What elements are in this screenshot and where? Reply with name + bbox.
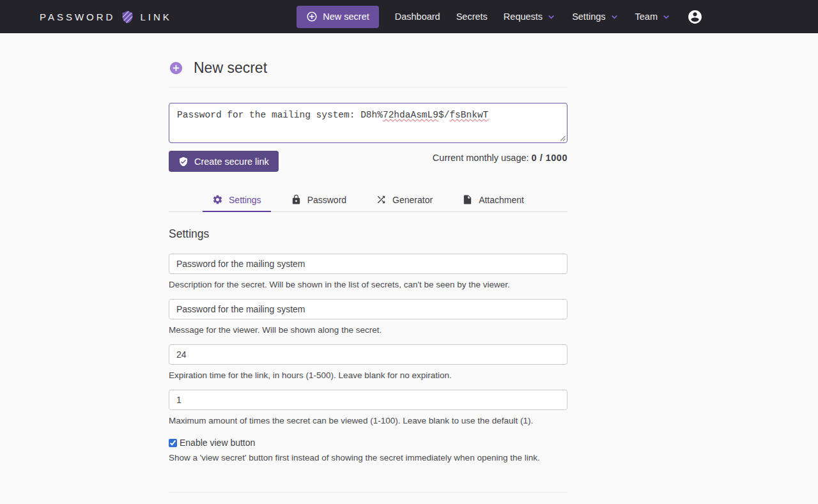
section-title: Settings <box>169 227 567 241</box>
nav-item-secrets[interactable]: Secrets <box>456 11 488 22</box>
message-group: Message for the viewer. Will be shown al… <box>169 299 567 335</box>
account-circle-icon <box>687 9 703 25</box>
expiration-help: Expiration time for the link, in hours (… <box>169 370 567 380</box>
tab-bar: Settings Password Generator Attachment <box>169 190 567 212</box>
chevron-down-icon <box>546 12 556 22</box>
nav-label: Settings <box>572 11 605 22</box>
tab-label: Password <box>307 195 346 205</box>
enable-view-checkbox[interactable] <box>169 439 177 447</box>
nav-item-requests[interactable]: Requests <box>504 11 556 22</box>
plus-circle-icon <box>306 11 318 22</box>
file-icon <box>462 194 473 205</box>
message-help: Message for the viewer. Will be shown al… <box>169 325 567 335</box>
secret-text-misspelled: 72hdaAsmL9 <box>383 110 438 120</box>
enable-view-row: Enable view button <box>169 438 567 448</box>
secret-text-misspelled: fsBnkwT <box>449 110 488 120</box>
max-views-help: Maximum amount of times the secret can b… <box>169 416 567 425</box>
enable-view-help: Show a 'view secret' button first instea… <box>169 453 567 462</box>
page-title-row: New secret <box>169 59 567 77</box>
max-views-input[interactable] <box>169 390 567 410</box>
usage-label: Current monthly usage: <box>433 153 529 163</box>
chevron-down-icon <box>661 12 671 22</box>
gear-icon <box>212 194 223 205</box>
brand-logo[interactable]: PASSWORD LINK <box>40 10 172 24</box>
new-secret-label: New secret <box>323 11 369 22</box>
action-row: Create secure link Current monthly usage… <box>169 151 567 172</box>
tab-label: Settings <box>229 195 261 205</box>
top-navbar: PASSWORD LINK New secret Dashboard Secr <box>0 0 818 33</box>
title-divider <box>169 87 567 88</box>
user-avatar-button[interactable] <box>687 9 703 25</box>
tab-password[interactable]: Password <box>281 190 356 212</box>
nav-label: Secrets <box>456 11 488 22</box>
chevron-down-icon <box>610 12 619 22</box>
resize-handle-icon[interactable] <box>559 135 566 141</box>
create-secure-link-button[interactable]: Create secure link <box>169 151 279 172</box>
shield-check-icon <box>178 157 189 167</box>
nav-menu: New secret Dashboard Secrets Requests Se… <box>297 6 703 28</box>
brand-part1: PASSWORD <box>40 11 115 22</box>
main-content: New secret Password for the mailing syst… <box>169 59 567 493</box>
nav-item-team[interactable]: Team <box>635 11 671 22</box>
lock-icon <box>291 194 302 205</box>
nav-label: Requests <box>504 11 543 22</box>
expiration-group: Expiration time for the link, in hours (… <box>169 344 567 380</box>
description-help: Description for the secret. Will be show… <box>169 280 567 289</box>
tab-generator[interactable]: Generator <box>366 190 442 212</box>
secret-textarea[interactable]: Password for the mailing system: D8h%72h… <box>169 103 567 143</box>
new-secret-button[interactable]: New secret <box>297 6 379 28</box>
description-group: Description for the secret. Will be show… <box>169 254 567 289</box>
max-views-group: Maximum amount of times the secret can b… <box>169 390 567 425</box>
tab-settings[interactable]: Settings <box>203 190 271 212</box>
secret-text: Password for the mailing system: D8h% <box>177 110 383 120</box>
create-button-label: Create secure link <box>194 157 269 167</box>
tab-label: Generator <box>392 195 433 205</box>
shield-logo-icon <box>121 10 134 24</box>
page-title: New secret <box>194 59 267 77</box>
shuffle-icon <box>376 194 387 205</box>
expiration-input[interactable] <box>169 344 567 365</box>
nav-label: Dashboard <box>395 11 440 22</box>
nav-label: Team <box>635 11 658 22</box>
tab-attachment[interactable]: Attachment <box>452 190 534 212</box>
description-input[interactable] <box>169 254 567 274</box>
usage-value: 0 / 1000 <box>532 153 567 163</box>
message-input[interactable] <box>169 299 567 319</box>
add-circle-icon <box>169 61 183 75</box>
nav-item-settings[interactable]: Settings <box>572 11 619 22</box>
nav-item-dashboard[interactable]: Dashboard <box>395 11 440 22</box>
secret-text: $/ <box>438 110 449 120</box>
tab-label: Attachment <box>479 195 524 205</box>
usage-text: Current monthly usage:0 / 1000 <box>433 151 567 163</box>
enable-view-label: Enable view button <box>180 438 255 448</box>
bottom-divider <box>169 492 567 493</box>
brand-part2: LINK <box>140 11 171 22</box>
